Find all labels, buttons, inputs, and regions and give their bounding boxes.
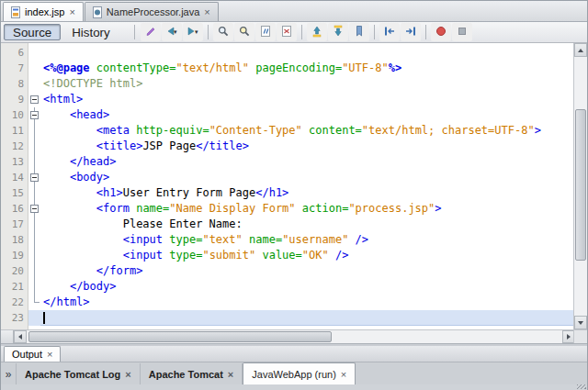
code-text[interactable]: </form>: [40, 263, 575, 279]
output-tab[interactable]: Apache Tomcat×: [141, 363, 243, 384]
uncomment-button[interactable]: [277, 23, 297, 41]
last-edit-button[interactable]: [141, 23, 161, 41]
token-attr: action=: [302, 202, 349, 215]
code-text[interactable]: <body>: [40, 170, 575, 185]
code-text[interactable]: </body>: [40, 279, 575, 295]
code-text[interactable]: </html>: [40, 295, 575, 310]
collapse-fold-icon[interactable]: [30, 205, 39, 213]
stop-macro-recording-button[interactable]: [452, 23, 472, 41]
scroll-down-button[interactable]: [574, 316, 587, 329]
output-tab[interactable]: Apache Tomcat Log×: [17, 363, 141, 384]
resize-grip-icon[interactable]: [577, 384, 586, 389]
code-line[interactable]: 6: [1, 45, 575, 61]
close-icon[interactable]: ×: [228, 369, 233, 380]
line-number: 19: [1, 248, 28, 263]
collapse-fold-icon[interactable]: [30, 111, 39, 119]
shift-line-left-button[interactable]: [379, 23, 400, 41]
horizontal-scrollbar[interactable]: [1, 329, 575, 343]
code-text[interactable]: <head>: [40, 107, 575, 123]
previous-bookmark-button[interactable]: [307, 23, 327, 41]
close-icon[interactable]: ×: [125, 369, 130, 380]
scroll-up-button[interactable]: [574, 43, 587, 57]
fold-margin: [28, 263, 40, 279]
editor-tab[interactable]: NameProcessor.java×: [85, 2, 219, 21]
token-txt: [43, 280, 70, 293]
toolbar-separator: [301, 25, 302, 39]
token-txt: [329, 249, 335, 262]
code-line[interactable]: 12 <title>JSP Page</title>: [1, 139, 575, 154]
fold-guide-line: [34, 217, 35, 232]
code-text[interactable]: <h1>User Entry Form Page</h1>: [40, 185, 575, 201]
collapse-fold-icon[interactable]: [30, 173, 39, 182]
close-icon[interactable]: ×: [203, 7, 210, 17]
code-text[interactable]: <html>: [40, 92, 575, 107]
code-line[interactable]: 22</html>: [1, 295, 575, 310]
code-line[interactable]: 20 </form>: [1, 263, 575, 279]
left-arrow-icon: [18, 334, 22, 340]
vertical-scroll-thumb[interactable]: [575, 109, 586, 261]
shift-line-right-button[interactable]: [401, 23, 421, 41]
code-text[interactable]: [40, 310, 575, 326]
output-tab-label: Apache Tomcat Log: [25, 369, 120, 380]
code-text[interactable]: [40, 45, 575, 61]
code-line[interactable]: 18 <input type="text" name="username" />: [1, 232, 575, 248]
code-editor[interactable]: 67<%@page contentType="text/html" pageEn…: [1, 43, 575, 329]
toggle-bookmark-button[interactable]: [349, 23, 369, 41]
code-text[interactable]: <meta http-equiv="Content-Type" content=…: [40, 123, 575, 139]
token-tag: <head>: [70, 108, 109, 121]
find-selection-button[interactable]: [213, 23, 233, 41]
code-line[interactable]: 19 <input type="submit" value="OK" />: [1, 248, 575, 263]
close-icon[interactable]: ×: [47, 349, 52, 360]
fold-margin: [28, 232, 40, 248]
code-text[interactable]: </head>: [40, 154, 575, 170]
code-line[interactable]: 9<html>: [1, 92, 575, 107]
comment-icon: [259, 25, 272, 40]
forward-button[interactable]: ▾: [183, 23, 203, 41]
token-attr: name=: [249, 233, 282, 246]
token-val: "Name Display Form": [169, 202, 295, 215]
code-line[interactable]: 14 <body>: [1, 170, 575, 185]
token-attr: contentType=: [96, 61, 176, 74]
code-text[interactable]: <form name="Name Display Form" action="p…: [40, 201, 575, 217]
code-line[interactable]: 21 </body>: [1, 279, 575, 295]
scroll-left-button[interactable]: [14, 330, 27, 343]
line-number: 18: [1, 232, 28, 248]
editor-tab[interactable]: index.jsp×: [3, 2, 84, 21]
bottom-strip: [1, 384, 587, 390]
code-text[interactable]: <%@page contentType="text/html" pageEnco…: [40, 61, 575, 76]
token-tag: <meta: [96, 124, 136, 137]
code-line[interactable]: 8<!DOCTYPE html>: [1, 76, 575, 92]
code-line[interactable]: 11 <meta http-equiv="Content-Type" conte…: [1, 123, 575, 139]
output-window-tab[interactable]: Output ×: [4, 346, 61, 362]
horizontal-scroll-thumb[interactable]: [28, 331, 332, 342]
token-val: "username": [282, 233, 348, 246]
token-txt: [43, 171, 70, 184]
code-line[interactable]: 16 <form name="Name Display Form" action…: [1, 201, 575, 217]
next-bookmark-button[interactable]: [328, 23, 348, 41]
token-val: "text": [202, 233, 242, 246]
code-line[interactable]: 10 <head>: [1, 107, 575, 123]
code-line[interactable]: 17 Please Enter Name:: [1, 217, 575, 232]
chevron-right-icon[interactable]: »: [1, 363, 17, 384]
back-button[interactable]: ▾: [162, 23, 182, 41]
code-text[interactable]: <!DOCTYPE html>: [40, 76, 575, 92]
history-view-button[interactable]: History: [62, 24, 119, 40]
code-line[interactable]: 23: [1, 310, 575, 326]
close-icon[interactable]: ×: [68, 7, 75, 17]
find-next-occurrence-button[interactable]: [234, 23, 254, 41]
code-text[interactable]: <input type="text" name="username" />: [40, 232, 575, 248]
code-text[interactable]: <input type="submit" value="OK" />: [40, 248, 575, 263]
close-icon[interactable]: ×: [341, 369, 346, 380]
output-tab[interactable]: JavaWebApp (run)×: [243, 362, 356, 384]
comment-button[interactable]: [255, 23, 276, 41]
collapse-fold-icon[interactable]: [30, 95, 39, 104]
code-text[interactable]: Please Enter Name:: [40, 217, 575, 232]
fold-margin: [28, 45, 40, 61]
code-line[interactable]: 13 </head>: [1, 154, 575, 170]
vertical-scrollbar[interactable]: [573, 43, 587, 329]
start-macro-recording-button[interactable]: [431, 23, 451, 41]
source-view-button[interactable]: Source: [4, 24, 61, 40]
code-text[interactable]: <title>JSP Page</title>: [40, 139, 575, 154]
code-line[interactable]: 7<%@page contentType="text/html" pageEnc…: [1, 61, 575, 76]
code-line[interactable]: 15 <h1>User Entry Form Page</h1>: [1, 185, 575, 201]
